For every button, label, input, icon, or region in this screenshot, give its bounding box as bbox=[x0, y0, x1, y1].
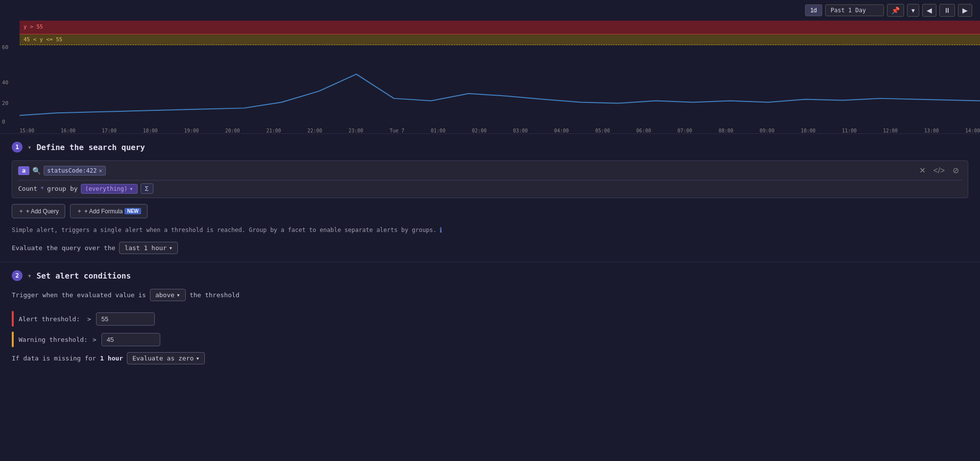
x-tick-2100: 21:00 bbox=[266, 128, 281, 133]
missing-data-dropdown[interactable]: Evaluate as zero ▾ bbox=[127, 352, 205, 364]
section-define-query: 1 ▾ Define the search query a 🔍 statusCo… bbox=[0, 134, 980, 262]
evaluate-dropdown[interactable]: last 1 hour ▾ bbox=[119, 242, 178, 254]
x-tick-0900: 09:00 bbox=[760, 128, 774, 133]
x-tick-tue7: Tue 7 bbox=[390, 128, 404, 133]
x-tick-0600: 06:00 bbox=[637, 128, 651, 133]
1d-button[interactable]: 1d bbox=[805, 4, 822, 16]
query-tag-text: statusCode:422 bbox=[47, 167, 97, 174]
x-tick-1000: 10:00 bbox=[801, 128, 815, 133]
x-tick-0500: 05:00 bbox=[595, 128, 610, 133]
group-by-label: group by bbox=[47, 185, 78, 192]
next-icon: ▶ bbox=[962, 6, 968, 14]
clear-query-button[interactable]: ✕ bbox=[916, 165, 929, 176]
section1-title: Define the search query bbox=[36, 143, 145, 152]
collapse-icon-2: ▾ bbox=[27, 272, 31, 280]
query-input-row: a 🔍 statusCode:422 ✕ ✕ </> ⊘ bbox=[18, 165, 962, 176]
new-badge: NEW bbox=[124, 208, 141, 214]
query-search-input[interactable] bbox=[109, 167, 913, 174]
y-label-40: 40 bbox=[2, 79, 8, 86]
tag-remove-icon[interactable]: ✕ bbox=[98, 167, 102, 174]
next-button[interactable]: ▶ bbox=[958, 4, 972, 17]
y-label-20: 20 bbox=[2, 100, 8, 106]
chart-x-axis: 15:00 16:00 17:00 18:00 19:00 20:00 21:0… bbox=[20, 128, 980, 133]
evaluate-row: Evaluate the query over the last 1 hour … bbox=[12, 242, 968, 254]
dropdown-arrow-button[interactable]: ▾ bbox=[907, 4, 919, 17]
time-range-display[interactable]: Past 1 Day bbox=[825, 4, 884, 16]
trigger-dropdown[interactable]: above ▾ bbox=[150, 289, 186, 301]
warning-threshold-row: Warning threshold: > bbox=[12, 332, 968, 347]
x-tick-2000: 20:00 bbox=[225, 128, 240, 133]
count-label: Count bbox=[18, 185, 37, 192]
missing-prefix: If data is missing for bbox=[12, 355, 96, 362]
missing-data-chevron-icon: ▾ bbox=[196, 355, 199, 362]
x-tick-2300: 23:00 bbox=[348, 128, 363, 133]
chart-band-label-yellow: 45 < y <= 55 bbox=[24, 36, 62, 43]
evaluate-chevron-icon: ▾ bbox=[169, 244, 172, 252]
chart-line bbox=[20, 74, 980, 115]
prev-button[interactable]: ◀ bbox=[922, 4, 936, 17]
x-tick-1200: 12:00 bbox=[883, 128, 898, 133]
info-text: Simple alert, triggers a single alert wh… bbox=[12, 227, 437, 233]
missing-data-row: If data is missing for 1 hour Evaluate a… bbox=[12, 352, 968, 364]
add-formula-button[interactable]: ＋ + Add Formula NEW bbox=[70, 204, 147, 218]
add-query-button[interactable]: ＋ + Add Query bbox=[12, 204, 65, 218]
section1-header[interactable]: 1 ▾ Define the search query bbox=[12, 142, 968, 153]
everything-dropdown[interactable]: (everything) ▾ bbox=[81, 184, 138, 194]
warning-threshold-input[interactable] bbox=[101, 333, 160, 346]
prev-icon: ◀ bbox=[927, 6, 932, 14]
x-tick-1900: 19:00 bbox=[184, 128, 199, 133]
section2-header[interactable]: 2 ▾ Set alert conditions bbox=[12, 270, 968, 281]
everything-chevron-icon: ▾ bbox=[129, 185, 133, 192]
x-tick-0800: 08:00 bbox=[718, 128, 733, 133]
collapse-icon-1: ▾ bbox=[27, 143, 31, 151]
more-options-button[interactable]: ⊘ bbox=[950, 165, 962, 176]
step-number-2: 2 bbox=[12, 270, 23, 281]
aggregation-row: Count * group by (everything) ▾ Σ bbox=[18, 180, 962, 194]
evaluate-label: Evaluate the query over the bbox=[12, 244, 115, 252]
query-builder: a 🔍 statusCode:422 ✕ ✕ </> ⊘ Count * gro… bbox=[12, 160, 968, 198]
warning-threshold-op: > bbox=[93, 336, 97, 343]
chart-svg-container bbox=[20, 45, 980, 123]
chart-area: y > 55 45 < y <= 55 60 40 20 0 15:00 16:… bbox=[0, 21, 980, 133]
add-formula-label: + Add Formula bbox=[84, 208, 122, 215]
pin-icon: 📌 bbox=[891, 6, 900, 14]
y-label-0: 0 bbox=[2, 119, 5, 125]
alert-threshold-op: > bbox=[87, 315, 91, 323]
chart-svg bbox=[20, 45, 980, 123]
trigger-row: Trigger when the evaluated value is abov… bbox=[12, 289, 968, 301]
x-tick-1700: 17:00 bbox=[102, 128, 117, 133]
search-icon: 🔍 bbox=[32, 167, 41, 175]
evaluate-option-text: last 1 hour bbox=[124, 244, 167, 252]
x-tick-0400: 04:00 bbox=[554, 128, 569, 133]
x-tick-0300: 03:00 bbox=[513, 128, 528, 133]
x-tick-1100: 11:00 bbox=[842, 128, 857, 133]
step-number-1: 1 bbox=[12, 142, 23, 153]
alert-threshold-input[interactable] bbox=[96, 312, 155, 326]
alert-threshold-row: Alert threshold: > bbox=[12, 311, 968, 327]
warning-threshold-indicator bbox=[12, 332, 14, 347]
trigger-option-text: above bbox=[155, 291, 174, 299]
add-formula-plus-icon: ＋ bbox=[76, 207, 82, 215]
x-tick-2200: 22:00 bbox=[307, 128, 322, 133]
chart-band-label-red: y > 55 bbox=[24, 24, 43, 30]
add-query-label: + Add Query bbox=[26, 208, 59, 215]
missing-data-option-text: Evaluate as zero bbox=[132, 355, 194, 362]
query-tag-statuscode[interactable]: statusCode:422 ✕ bbox=[44, 166, 105, 176]
x-tick-0700: 07:00 bbox=[678, 128, 692, 133]
trigger-label: Trigger when the evaluated value is bbox=[12, 291, 146, 299]
pin-icon-button[interactable]: 📌 bbox=[887, 4, 904, 17]
top-toolbar: 1d Past 1 Day 📌 ▾ ◀ ⏸ ▶ bbox=[0, 0, 980, 21]
pause-button[interactable]: ⏸ bbox=[939, 4, 955, 17]
chart-band-yellow bbox=[20, 34, 980, 45]
x-tick-1800: 18:00 bbox=[143, 128, 158, 133]
info-icon[interactable]: ℹ bbox=[440, 226, 442, 234]
alert-threshold-indicator bbox=[12, 311, 14, 327]
section2-title: Set alert conditions bbox=[36, 271, 131, 281]
alert-threshold-label: Alert threshold: bbox=[19, 315, 82, 323]
everything-text: (everything) bbox=[85, 185, 128, 192]
query-toolbar-right: ✕ </> ⊘ bbox=[916, 165, 962, 176]
sum-button[interactable]: Σ bbox=[141, 183, 153, 194]
x-tick-1500: 15:00 bbox=[20, 128, 34, 133]
trigger-suffix: the threshold bbox=[190, 291, 240, 299]
code-view-button[interactable]: </> bbox=[931, 165, 948, 176]
